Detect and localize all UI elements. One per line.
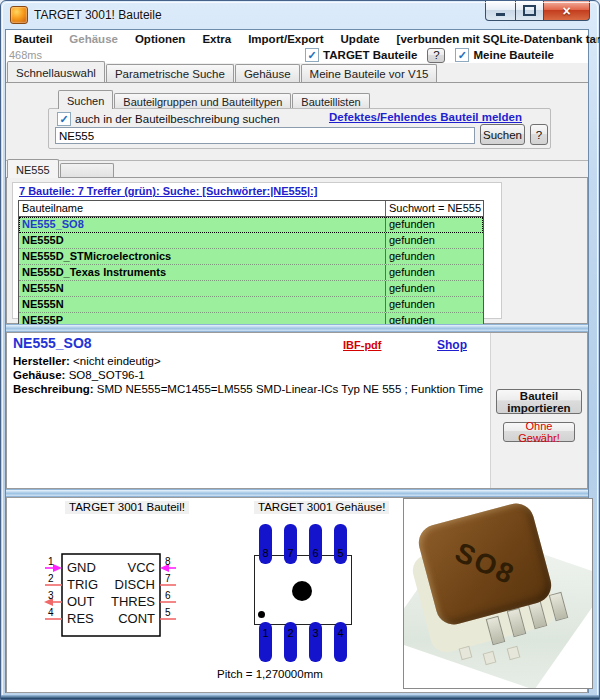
svg-text:6: 6 [165,590,171,601]
description-search-checkbox[interactable]: ✓ auch in der Bauteilbeschreibung suchen [57,112,280,126]
footprint-pad-5: 5 [334,524,347,564]
menu-item[interactable]: Gehäuse [69,33,118,45]
description-line: Beschreibung: SMD NE555=MC1455=LM555 SMD… [13,382,487,396]
footprint-pad-2: 2 [284,622,297,662]
search-tab-2[interactable]: Bauteillisten [292,93,369,109]
menu-item[interactable]: Update [341,33,380,45]
search-tab-0[interactable]: Suchen [58,90,113,109]
svg-text:DISCH: DISCH [115,577,155,592]
main-tab-0[interactable]: Schnellauswahl [7,61,105,82]
svg-text:TRIG: TRIG [67,577,98,592]
menu-item[interactable]: Extra [202,33,231,45]
manufacturer-line: Hersteller: <nicht eindeutig> [13,354,487,368]
footprint-pad-4: 4 [334,622,347,662]
search-button[interactable]: Suchen [480,124,525,145]
pad-number: 6 [312,547,318,559]
svg-text:1: 1 [48,556,54,567]
close-button[interactable]: × [543,1,590,21]
shop-link[interactable]: Shop [437,338,467,352]
menu-item[interactable]: [verbunden mit SQLite-Datenbank target30… [397,33,600,45]
status-cell: gefunden [386,233,483,248]
results-summary-link[interactable]: 7 Bauteile: 7 Treffer (grün): Suche: [Su… [19,185,317,197]
footprint-pad-1: 1 [259,622,272,662]
main-tab-2[interactable]: Gehäuse [235,64,300,82]
results-tab-empty[interactable] [60,163,114,178]
status-cell: gefunden [386,217,483,232]
table-row[interactable]: NE555Ngefunden [19,281,483,297]
table-row[interactable]: NE555Ngefunden [19,297,483,313]
column-header-status[interactable]: Suchwort = NE555 [386,201,483,216]
report-broken-part-link[interactable]: Defektes/Fehlendes Bauteil melden [329,111,522,123]
main-tab-strip: SchnellauswahlParametrische SucheGehäuse… [7,63,438,82]
status-cell: gefunden [386,265,483,280]
svg-text:3: 3 [48,590,54,601]
target-bauteile-checkbox[interactable]: ✓ TARGET Bauteile [305,48,417,62]
svg-text:THRES: THRES [111,594,155,609]
help-button-top[interactable]: ? [427,48,445,63]
app-icon [10,6,28,24]
results-tab-ne555[interactable]: NE555 [7,159,59,178]
results-table: Bauteilname Suchwort = NE555 NE555_SO8ge… [18,200,484,329]
svg-text:GND: GND [67,560,96,575]
main-tab-3[interactable]: Meine Bauteile vor V15 [301,64,438,82]
footprint-pad-8: 8 [259,524,272,564]
menu-item[interactable]: Import/Export [248,33,323,45]
chip-marking-label: SO8 [450,536,520,591]
schematic-symbol: 1GND2TRIG3OUT4RES8VCC7DISCH6THRES5CONT [27,511,227,676]
import-part-button[interactable]: Bauteil importieren [496,389,582,414]
table-row[interactable]: NE555D_STMicroelectronicsgefunden [19,249,483,265]
warranty-button[interactable]: Ohne Gewähr! [503,422,575,442]
results-panel: 7 Bauteile: 7 Treffer (grün): Suche: [Su… [6,177,588,324]
minimize-icon [496,13,505,16]
checkbox-check-icon: ✓ [57,112,71,126]
search-help-button[interactable]: ? [530,124,548,145]
schnellauswahl-page: SuchenBauteilgruppen und BauteiltypenBau… [6,82,588,161]
splitter-bottom[interactable] [6,489,588,497]
search-input[interactable] [55,127,475,144]
results-table-body: NE555_SO8gefundenNE555DgefundenNE555D_ST… [19,217,483,328]
preview-pane: TARGET 3001 Bauteil! TARGET 3001 Gehäuse… [6,497,588,693]
minimize-button[interactable] [485,1,516,21]
svg-text:7: 7 [165,573,171,584]
footprint-pad-3: 3 [309,622,322,662]
footprint-pin1-dot [258,611,265,618]
detail-side-panel: Bauteil importieren Ohne Gewähr! [490,333,587,488]
footprint-pad-6: 6 [309,524,322,564]
search-tab-1[interactable]: Bauteilgruppen und Bauteiltypen [114,93,291,109]
search-group-box: ✓ auch in der Bauteilbeschreibung suchen… [48,108,551,149]
status-cell: gefunden [386,281,483,296]
maximize-icon [523,5,536,16]
meine-bauteile-checkbox[interactable]: ✓ Meine Bauteile [455,48,554,62]
window-frame-bottom [1,695,599,699]
app-window: TARGET 3001! Bauteile × BauteilGehäuseOp… [0,0,600,700]
table-row[interactable]: NE555D_Texas Instrumentsgefunden [19,265,483,281]
table-row[interactable]: NE555Dgefunden [19,233,483,249]
table-row[interactable]: NE555_SO8gefunden [19,217,483,233]
elapsed-time: 468ms [9,49,42,61]
menu-item[interactable]: Bauteil [14,33,52,45]
results-tab-strip: NE555 [7,160,115,178]
pad-number: 1 [262,627,268,639]
column-header-name[interactable]: Bauteilname [19,201,386,216]
maximize-button[interactable] [516,1,543,21]
svg-text:5: 5 [165,607,171,618]
pitch-label: Pitch = 1,270000mm [217,668,323,680]
main-tab-1[interactable]: Parametrische Suche [106,64,234,82]
menu-bar: BauteilGehäuseOptionenExtraImport/Export… [6,30,588,48]
pad-number: 2 [287,627,293,639]
part-name-cell: NE555D_Texas Instruments [19,265,386,280]
menu-item[interactable]: Optionen [135,33,185,45]
pad-number: 4 [337,627,343,639]
detail-info: Hersteller: <nicht eindeutig> Gehäuse: S… [13,354,487,396]
part-name-cell: NE555D_STMicroelectronics [19,249,386,264]
splitter-top[interactable] [6,324,588,332]
footprint-pad-7: 7 [284,524,297,564]
pad-number: 5 [337,547,343,559]
checkbox-check-icon: ✓ [305,48,319,62]
search-tab-strip: SuchenBauteilgruppen und BauteiltypenBau… [58,91,371,109]
ibf-pdf-link[interactable]: IBF-pdf [343,339,381,351]
detail-part-title: NE555_SO8 [13,335,92,351]
svg-text:2: 2 [48,573,54,584]
pad-number: 3 [312,627,318,639]
pad-number: 8 [262,547,268,559]
